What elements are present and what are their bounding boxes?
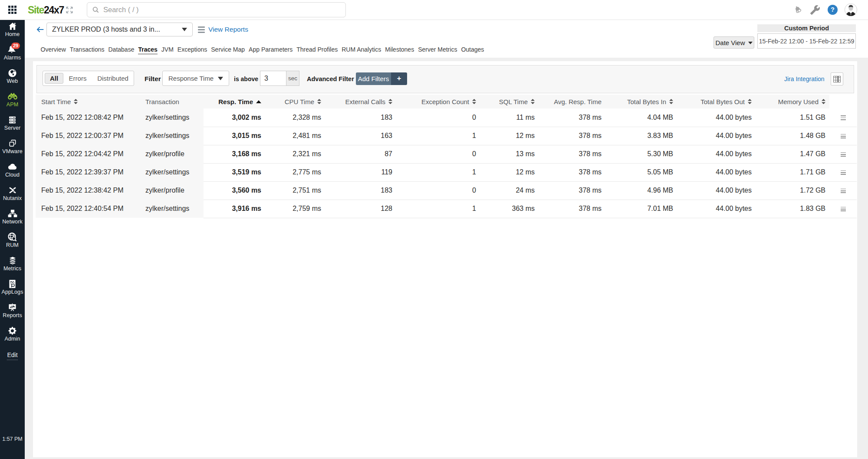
cell-avg-resp-time: 378 ms bbox=[539, 145, 605, 163]
column-header-resp-time[interactable]: Resp. Time bbox=[204, 95, 265, 108]
sidebar-item-alarms[interactable]: 29Alarms bbox=[0, 44, 25, 61]
sidebar-nav: Home29AlarmsWebAPMServerVMwareCloudNutan… bbox=[0, 20, 25, 459]
column-header-external-calls[interactable]: External Calls bbox=[325, 95, 396, 108]
tab-database[interactable]: Database bbox=[106, 44, 136, 55]
tools-wrench-icon[interactable] bbox=[810, 5, 820, 17]
sidebar-item-admin[interactable]: Admin bbox=[0, 325, 25, 342]
sidebar-item-vmware[interactable]: VMware bbox=[0, 138, 25, 155]
column-header-transaction[interactable]: Transaction bbox=[145, 95, 204, 108]
sidebar-item-rum[interactable]: RUM bbox=[0, 232, 25, 249]
traces-table: Start TimeTransactionResp. TimeCPU TimeE… bbox=[36, 95, 857, 218]
tab-overview[interactable]: Overview bbox=[39, 44, 68, 55]
cell-transaction: zylker/profile bbox=[145, 181, 204, 200]
cell-memory-used: 1.83 GB bbox=[756, 200, 829, 218]
column-header-sql-time[interactable]: SQL Time bbox=[480, 95, 539, 108]
table-row[interactable]: Feb 15, 2022 12:08:42 PMzylker/settings3… bbox=[36, 108, 857, 127]
segment-all[interactable]: All bbox=[45, 73, 63, 84]
column-header-memory-used[interactable]: Memory Used bbox=[756, 95, 829, 108]
tab-exceptions[interactable]: Exceptions bbox=[175, 44, 209, 55]
column-header-exception-count[interactable]: Exception Count bbox=[396, 95, 480, 108]
date-range-picker[interactable]: 15-Feb-22 12:00 - 15-Feb-22 12:59 bbox=[757, 33, 856, 49]
tab-app-parameters[interactable]: App Parameters bbox=[247, 44, 295, 55]
alarms-icon: 29 bbox=[0, 44, 25, 55]
sidebar-item-metrics[interactable]: Metrics bbox=[0, 255, 25, 272]
jira-integration-link[interactable]: Jira Integration bbox=[784, 75, 825, 82]
table-row[interactable]: Feb 15, 2022 12:00:37 PMzylker/settings3… bbox=[36, 127, 857, 145]
column-settings-button[interactable] bbox=[831, 72, 843, 85]
sidebar-item-apm[interactable]: APM bbox=[0, 91, 25, 108]
date-view-button[interactable]: Date View bbox=[713, 36, 754, 49]
filter-label: Filter bbox=[145, 75, 161, 83]
expand-icon[interactable] bbox=[65, 5, 74, 15]
column-header-avg-resp-time[interactable]: Avg. Resp. Time bbox=[539, 95, 605, 108]
cell-cpu-time: 2,328 ms bbox=[265, 108, 325, 127]
search-input[interactable]: Search ( / ) bbox=[87, 2, 346, 17]
tab-transactions[interactable]: Transactions bbox=[68, 44, 106, 55]
cell-total-bytes-out: 44.00 bytes bbox=[677, 108, 756, 127]
chevron-down-icon bbox=[748, 42, 753, 44]
tab-bar: OverviewTransactionsDatabaseTracesJVMExc… bbox=[39, 44, 486, 55]
table-row[interactable]: Feb 15, 2022 12:40:54 PMzylker/settings3… bbox=[36, 200, 857, 218]
back-arrow-icon[interactable] bbox=[36, 25, 45, 34]
column-header-total-bytes-out[interactable]: Total Bytes Out bbox=[677, 95, 756, 108]
app-grid-icon[interactable] bbox=[8, 6, 16, 14]
monitor-dropdown[interactable]: ZYLKER PROD (3 hosts and 3 in... bbox=[46, 23, 193, 36]
table-row[interactable]: Feb 15, 2022 12:39:37 PMzylker/settings3… bbox=[36, 163, 857, 181]
sidebar-item-home[interactable]: Home bbox=[0, 21, 25, 38]
column-header-total-bytes-in[interactable]: Total Bytes In bbox=[605, 95, 677, 108]
add-filters-button[interactable]: Add Filters+ bbox=[356, 72, 407, 85]
row-menu-icon[interactable] bbox=[841, 115, 846, 120]
sidebar-item-nutanix[interactable]: Nutanix bbox=[0, 185, 25, 202]
cell-sql-time: 363 ms bbox=[480, 200, 539, 218]
tab-thread-profiles[interactable]: Thread Profiles bbox=[295, 44, 340, 55]
cell-external-calls: 183 bbox=[325, 108, 396, 127]
filter-value-input[interactable]: 3 bbox=[260, 71, 286, 86]
cell-start-time: Feb 15, 2022 12:00:37 PM bbox=[36, 127, 145, 145]
alarm-count-badge: 29 bbox=[11, 43, 20, 49]
tab-outages[interactable]: Outages bbox=[459, 44, 486, 55]
rum-icon bbox=[0, 232, 25, 242]
user-avatar[interactable] bbox=[844, 3, 858, 16]
admin-icon bbox=[0, 325, 25, 336]
cell-avg-resp-time: 378 ms bbox=[539, 163, 605, 181]
segment-distributed[interactable]: Distributed bbox=[92, 75, 134, 82]
trace-type-segmented-control: AllErrorsDistributed bbox=[43, 71, 134, 86]
row-menu-icon[interactable] bbox=[841, 134, 846, 138]
help-icon[interactable]: ? bbox=[828, 5, 838, 15]
row-menu-icon[interactable] bbox=[841, 152, 846, 157]
sidebar-item-network[interactable]: Network bbox=[0, 208, 25, 225]
cell-avg-resp-time: 378 ms bbox=[539, 127, 605, 145]
cell-memory-used: 1.51 GB bbox=[756, 108, 829, 127]
advanced-filter-label: Advanced Filter bbox=[307, 75, 354, 82]
view-reports-link[interactable]: View Reports bbox=[198, 26, 248, 33]
cell-start-time: Feb 15, 2022 12:40:54 PM bbox=[36, 200, 145, 218]
sidebar-item-reports[interactable]: Reports bbox=[0, 302, 25, 319]
sidebar-item-server[interactable]: Server bbox=[0, 115, 25, 131]
notification-bell-icon[interactable] bbox=[793, 5, 803, 17]
column-header-cpu-time[interactable]: CPU Time bbox=[265, 95, 325, 108]
filter-unit-label: sec bbox=[286, 71, 299, 86]
tab-rum-analytics[interactable]: RUM Analytics bbox=[340, 44, 383, 55]
tab-server-metrics[interactable]: Server Metrics bbox=[416, 44, 459, 55]
tab-milestones[interactable]: Milestones bbox=[383, 44, 416, 55]
segment-errors[interactable]: Errors bbox=[63, 75, 92, 82]
cell-resp-time: 3,560 ms bbox=[204, 181, 265, 200]
sidebar-item-cloud[interactable]: Cloud bbox=[0, 161, 25, 178]
sidebar-edit-link[interactable]: Edit bbox=[0, 351, 25, 358]
table-row[interactable]: Feb 15, 2022 12:04:42 PMzylker/profile3,… bbox=[36, 145, 857, 163]
filter-panel: AllErrorsDistributed Filter Response Tim… bbox=[36, 65, 854, 93]
column-header-start-time[interactable]: Start Time bbox=[36, 95, 145, 108]
table-row[interactable]: Feb 15, 2022 12:38:42 PMzylker/profile3,… bbox=[36, 181, 857, 200]
row-menu-icon[interactable] bbox=[841, 189, 846, 193]
sidebar-item-web[interactable]: Web bbox=[0, 68, 25, 85]
tab-service-map[interactable]: Service Map bbox=[209, 44, 247, 55]
filter-field-dropdown[interactable]: Response Time bbox=[162, 71, 229, 86]
column-header-menu bbox=[829, 95, 857, 108]
tab-traces[interactable]: Traces bbox=[136, 44, 159, 55]
tab-jvm[interactable]: JVM bbox=[159, 44, 175, 55]
cell-transaction: zylker/settings bbox=[145, 163, 204, 181]
sidebar-item-applogs[interactable]: AppLogs bbox=[0, 279, 25, 295]
cell-memory-used: 1.47 GB bbox=[756, 145, 829, 163]
row-menu-icon[interactable] bbox=[841, 207, 846, 211]
row-menu-icon[interactable] bbox=[841, 170, 846, 175]
